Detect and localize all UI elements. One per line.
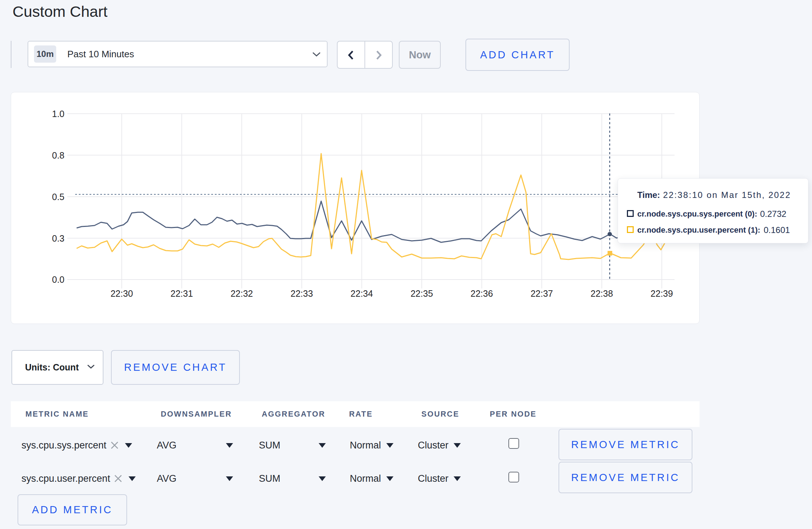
- svg-text:22:31: 22:31: [170, 288, 193, 299]
- svg-text:1.0: 1.0: [52, 109, 64, 119]
- svg-text:22:34: 22:34: [351, 288, 373, 299]
- svg-text:22:36: 22:36: [470, 288, 493, 299]
- svg-text:0.3: 0.3: [52, 233, 64, 243]
- svg-text:22:35: 22:35: [411, 288, 433, 299]
- svg-text:0.5: 0.5: [52, 192, 64, 202]
- svg-text:22:32: 22:32: [231, 288, 253, 299]
- svg-text:0.8: 0.8: [52, 150, 64, 160]
- svg-text:22:39: 22:39: [651, 288, 673, 299]
- svg-text:22:33: 22:33: [291, 288, 313, 299]
- svg-text:0.0: 0.0: [52, 275, 64, 285]
- svg-text:22:30: 22:30: [111, 288, 133, 299]
- svg-text:22:37: 22:37: [531, 288, 553, 299]
- svg-text:22:38: 22:38: [591, 288, 613, 299]
